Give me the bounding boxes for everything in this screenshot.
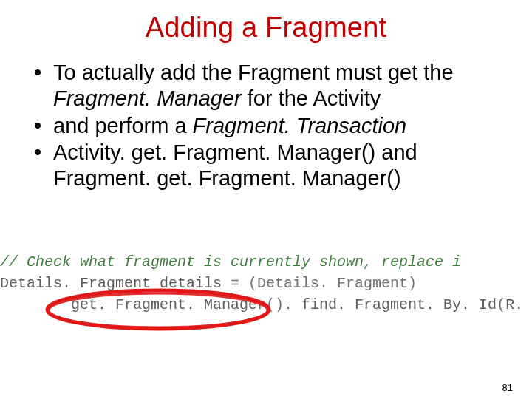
slide: Adding a Fragment To actually add the Fr… [0, 12, 532, 399]
code-paren: (). [266, 296, 301, 313]
slide-title: Adding a Fragment [0, 12, 532, 44]
page-number: 81 [502, 382, 513, 393]
bullet-italic: Fragment. Manager [53, 86, 242, 110]
bullet-text: To actually add the Fragment must get th… [53, 61, 454, 84]
bullet-item: Activity. get. Fragment. Manager() and F… [31, 140, 497, 191]
bullet-text: and perform a [53, 114, 193, 137]
bullet-item: To actually add the Fragment must get th… [31, 60, 497, 112]
code-ident: details [160, 275, 231, 292]
bullet-list: To actually add the Fragment must get th… [31, 60, 532, 191]
bullet-item: and perform a Fragment. Transaction [31, 113, 497, 139]
code-comment: // Check what fragment is currently show… [0, 253, 461, 270]
code-snippet: // Check what fragment is currently show… [0, 251, 532, 316]
bullet-text: Activity. get. Fragment. Manager() and F… [53, 140, 417, 190]
bullet-italic: Fragment. Transaction [193, 114, 407, 137]
code-cast: (Details. Fragment) [248, 275, 417, 292]
code-indent [0, 296, 71, 313]
code-type: Details. Fragment [0, 275, 160, 292]
code-paren: ( [497, 296, 505, 313]
code-call: get. Fragment. Manager [71, 296, 266, 313]
code-call: find. Fragment. By. Id [301, 296, 497, 313]
code-op: = [231, 275, 248, 292]
bullet-text: for the Activity [242, 86, 381, 110]
code-rid: R. id. [505, 296, 532, 313]
